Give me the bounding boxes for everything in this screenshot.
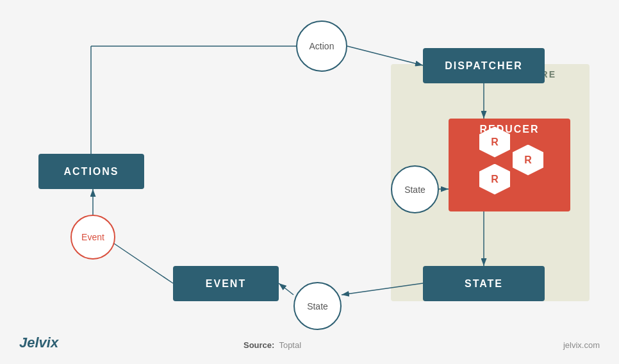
- state-left-circle: State: [391, 165, 439, 213]
- svg-line-10: [279, 283, 293, 295]
- source-value: Toptal: [279, 340, 301, 350]
- event-circle: Event: [70, 215, 115, 260]
- svg-line-5: [347, 46, 423, 65]
- state-box: STATE: [423, 266, 545, 301]
- action-circle: Action: [296, 21, 347, 72]
- svg-line-11: [112, 242, 173, 283]
- event-box: EVENT: [173, 266, 279, 301]
- source-credit: Source: Toptal: [243, 340, 301, 350]
- reducer-label: REDUCER: [449, 124, 570, 135]
- source-label: Source:: [243, 340, 274, 350]
- actions-box: ACTIONS: [38, 154, 144, 189]
- hex-r-2: R: [513, 145, 543, 176]
- brand-logo: Jelvix: [19, 335, 58, 351]
- state-bottom-circle: State: [293, 282, 342, 330]
- website-url: jelvix.com: [563, 340, 600, 350]
- hex-group: R R R: [474, 127, 557, 204]
- diagram-container: STORE: [0, 0, 619, 364]
- dispatcher-box: DISPATCHER: [423, 48, 545, 83]
- hex-r-3: R: [479, 164, 510, 195]
